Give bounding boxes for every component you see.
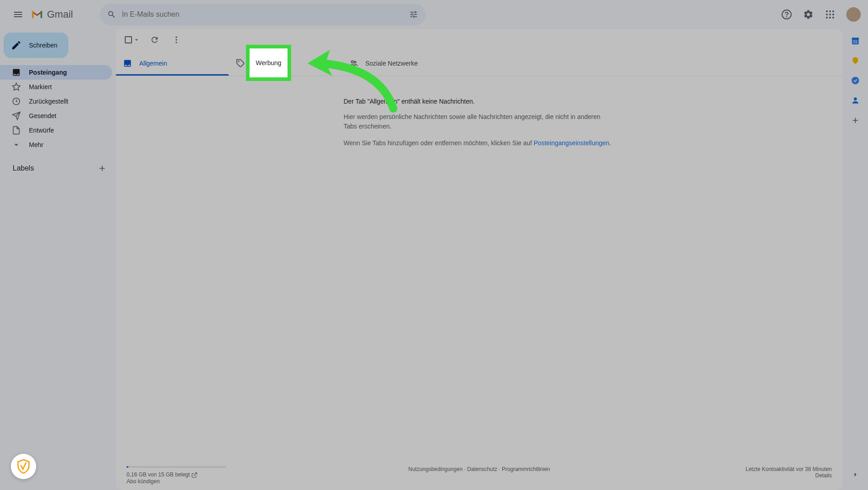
settings-button[interactable]	[799, 5, 817, 24]
search-icon	[107, 10, 116, 19]
chevron-down-icon	[12, 140, 21, 149]
policies-link[interactable]: Programmrichtlinien	[502, 466, 550, 472]
svg-point-2	[826, 10, 828, 12]
inbox-settings-link[interactable]: Posteingangseinstellungen	[534, 139, 609, 147]
help-icon	[781, 9, 792, 20]
account-avatar[interactable]	[846, 7, 861, 22]
plus-icon[interactable]	[98, 164, 107, 173]
svg-point-22	[854, 97, 857, 100]
svg-text:31: 31	[853, 39, 858, 44]
search-input[interactable]	[122, 10, 409, 19]
tutorial-arrow	[298, 41, 407, 113]
last-activity-text: Letzte Kontoaktivität vor 38 Minuten	[597, 466, 832, 472]
sidebar-item-more[interactable]: Mehr	[0, 138, 112, 152]
footer-links: Nutzungsbedingungen · Datenschutz · Prog…	[362, 466, 597, 485]
nav-label: Entwürfe	[29, 127, 54, 134]
category-tabs: Allgemein Werbung Soziale Netzwerke	[116, 51, 843, 76]
sidebar-item-sent[interactable]: Gesendet	[0, 109, 112, 123]
nav-label: Gesendet	[29, 112, 57, 119]
nav-label: Zurückgestellt	[29, 98, 68, 105]
sidebar-item-snoozed[interactable]: Zurückgestellt	[0, 94, 112, 109]
gmail-logo-icon	[31, 10, 43, 19]
terms-link[interactable]: Nutzungsbedingungen	[408, 466, 462, 472]
sidebar-item-drafts[interactable]: Entwürfe	[0, 123, 112, 138]
nav-label: Markiert	[29, 83, 52, 90]
content-footer: 0,16 GB von 15 GB belegt Abo kündigen Nu…	[116, 461, 843, 490]
storage-fill	[127, 466, 128, 468]
sidebar-item-inbox[interactable]: Posteingang	[0, 65, 112, 80]
details-link[interactable]: Details	[597, 472, 832, 479]
sidebar: Schreiben Posteingang Markiert Zurückges…	[0, 29, 116, 490]
main-container: Schreiben Posteingang Markiert Zurückges…	[0, 29, 868, 490]
cancel-subscription-link[interactable]: Abo kündigen	[127, 478, 362, 485]
content-area: Allgemein Werbung Soziale Netzwerke Der …	[116, 29, 843, 490]
storage-text: 0,16 GB von 15 GB belegt	[127, 471, 190, 478]
highlight-label: Werbung	[256, 59, 282, 67]
star-icon	[12, 82, 21, 91]
storage-bar	[127, 466, 226, 468]
tasks-icon[interactable]	[851, 76, 860, 85]
tab-label: Allgemein	[139, 60, 167, 67]
nav-label: Posteingang	[29, 69, 67, 76]
sidebar-item-starred[interactable]: Markiert	[0, 80, 112, 94]
contacts-icon[interactable]	[851, 96, 860, 105]
hint-text: Wenn Sie Tabs hinzufügen oder entfernen …	[344, 139, 534, 147]
select-all-checkbox[interactable]	[123, 34, 142, 45]
compose-label: Schreiben	[29, 42, 57, 49]
shield-icon	[15, 458, 32, 475]
extension-badge[interactable]	[11, 454, 36, 479]
mail-toolbar	[116, 29, 843, 51]
main-menu-button[interactable]	[7, 4, 29, 25]
svg-point-14	[175, 42, 177, 43]
storage-info: 0,16 GB von 15 GB belegt Abo kündigen	[127, 466, 362, 485]
side-panel: 31	[843, 29, 868, 490]
tune-icon[interactable]	[409, 10, 418, 19]
svg-point-10	[832, 17, 834, 19]
gmail-text: Gmail	[47, 9, 73, 20]
activity-info: Letzte Kontoaktivität vor 38 Minuten Det…	[597, 466, 832, 485]
labels-header: Labels	[4, 159, 112, 177]
svg-point-15	[238, 61, 239, 62]
app-header: Gmail	[0, 0, 868, 29]
refresh-icon	[150, 35, 159, 44]
gear-icon	[803, 9, 814, 20]
svg-point-8	[826, 17, 828, 19]
apps-icon	[825, 9, 835, 20]
inbox-icon	[12, 68, 21, 77]
add-addon-icon[interactable]	[851, 116, 860, 125]
keep-icon[interactable]	[851, 56, 860, 65]
dropdown-arrow-icon	[133, 36, 140, 43]
open-external-icon[interactable]	[191, 472, 198, 478]
help-button[interactable]	[778, 5, 796, 24]
privacy-link[interactable]: Datenschutz	[467, 466, 497, 472]
gmail-logo-area[interactable]: Gmail	[31, 9, 73, 20]
tag-icon	[236, 59, 245, 68]
compose-button[interactable]: Schreiben	[4, 33, 68, 58]
draft-icon	[12, 126, 21, 135]
svg-point-1	[787, 17, 787, 17]
clock-icon	[12, 97, 21, 106]
svg-point-5	[826, 14, 828, 15]
checkbox-icon	[125, 36, 132, 43]
send-icon	[12, 111, 21, 120]
panel-expand-icon[interactable]	[851, 470, 860, 479]
empty-hint: Wenn Sie Tabs hinzufügen oder entfernen …	[344, 138, 615, 148]
svg-point-7	[832, 14, 834, 15]
calendar-icon[interactable]: 31	[851, 36, 860, 45]
more-vert-icon	[172, 35, 181, 44]
refresh-button[interactable]	[146, 31, 164, 49]
apps-button[interactable]	[821, 5, 839, 24]
hint-period: .	[609, 139, 611, 147]
svg-point-12	[175, 37, 177, 38]
tab-primary[interactable]: Allgemein	[116, 51, 229, 76]
svg-point-13	[175, 39, 177, 40]
header-actions	[778, 5, 861, 24]
pencil-icon	[11, 40, 22, 51]
svg-point-21	[852, 77, 859, 85]
more-button[interactable]	[167, 31, 185, 49]
svg-point-3	[829, 10, 831, 12]
nav-label: Mehr	[29, 141, 43, 148]
svg-point-4	[832, 10, 834, 12]
search-bar[interactable]	[100, 4, 425, 25]
svg-point-6	[829, 14, 831, 15]
